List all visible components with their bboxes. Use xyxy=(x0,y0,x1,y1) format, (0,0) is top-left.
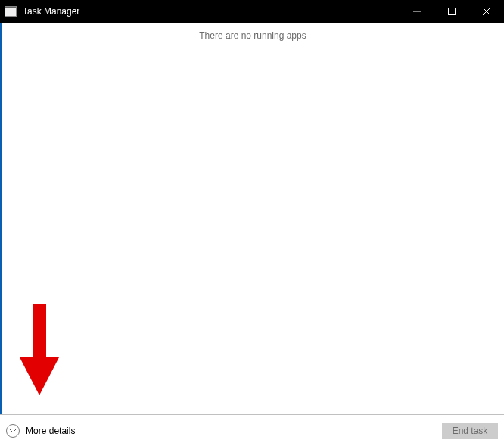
more-details-toggle[interactable]: More details xyxy=(6,424,75,438)
end-task-button[interactable]: End task xyxy=(442,423,498,439)
svg-rect-1 xyxy=(449,8,456,15)
window-title: Task Manager xyxy=(21,6,79,17)
chevron-down-icon xyxy=(6,424,20,438)
empty-state-text: There are no running apps xyxy=(2,23,504,41)
close-icon xyxy=(483,8,490,15)
maximize-icon xyxy=(448,8,456,15)
end-task-label: End task xyxy=(453,426,488,436)
minimize-icon xyxy=(413,8,421,15)
task-manager-window: Task Manager There are no running apps M… xyxy=(0,0,504,446)
more-details-label: More details xyxy=(26,426,75,436)
titlebar[interactable]: Task Manager xyxy=(0,0,504,23)
task-list-area: There are no running apps xyxy=(0,23,504,414)
maximize-button[interactable] xyxy=(434,0,469,23)
close-button[interactable] xyxy=(469,0,504,23)
footer-bar: More details End task xyxy=(0,414,504,446)
app-icon xyxy=(0,0,21,23)
minimize-button[interactable] xyxy=(400,0,434,23)
